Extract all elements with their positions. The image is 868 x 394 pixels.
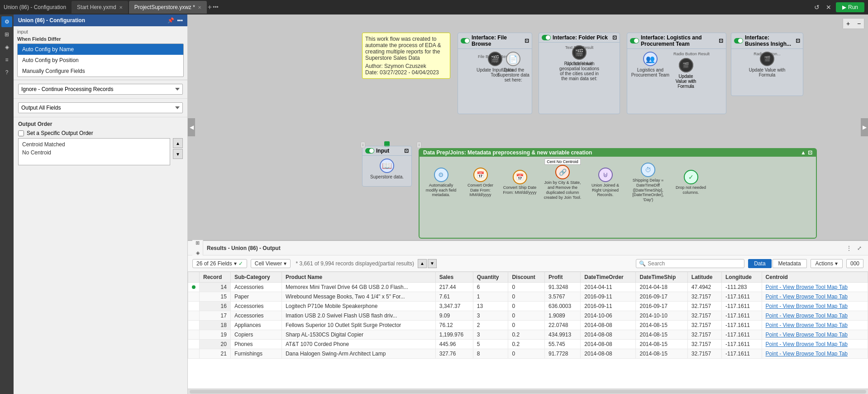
cell-viewer-button[interactable]: Cell Viewer ▾ [251,259,291,268]
row-centroid[interactable]: Point - View Browse Tool Map Tab [762,311,868,321]
row-num: 17 [200,311,231,321]
list-item-no-centroid[interactable]: No Centroid [20,149,168,157]
update-input-node[interactable]: 🎬 Update Input Data Tool [475,52,515,77]
row-centroid[interactable]: Point - View Browse Tool Map Tab [762,330,868,340]
col-indicator [188,272,200,283]
col-centroid[interactable]: Centroid [762,272,868,283]
drop-columns-node[interactable]: ✓ Drop not needed columns. [674,170,708,195]
more-tabs-icon[interactable]: ••• [213,4,219,10]
iface-toggle[interactable] [461,38,470,43]
move-up-button[interactable]: ▲ [173,138,183,148]
update-formula-business[interactable]: 🎬 Update Value with Formula [747,52,787,77]
results-more-icon[interactable]: ⋮ [844,244,854,252]
row-num: 15 [200,292,231,302]
update-value-node[interactable]: 🎬 Update Value [566,45,593,66]
convert-order-date-node[interactable]: 📅 Convert Order Date From: MM/dd/yyyy [463,168,497,197]
col-profit[interactable]: Profit [545,272,581,283]
canvas-nav-left[interactable]: ◀ [188,118,195,136]
sidebar-icon-data[interactable]: ⊞ [1,29,12,40]
bottom-scrollbar[interactable] [188,389,868,394]
more-icon[interactable]: ••• [177,17,183,24]
sidebar-icon-help[interactable]: ? [1,67,12,78]
iface-toggle-folder[interactable] [542,35,551,40]
list-item-centroid-matched[interactable]: Centroid Matched [20,140,168,149]
add-tab-button[interactable]: + [208,3,212,11]
zoom-out-button[interactable]: − [854,19,864,29]
iface-logistics-content: 👥 Logistics and Procurement Team Radio B… [627,49,726,80]
pin-icon[interactable]: 📌 [167,17,174,24]
col-discount[interactable]: Discount [508,272,545,283]
h-scrollbar-track[interactable] [190,390,866,394]
input-expand[interactable]: ⊡ [404,148,409,154]
iface-folder-expand[interactable]: ⊡ [612,34,617,41]
row-centroid[interactable]: Point - View Browse Tool Map Tab [762,283,868,292]
sort-desc-button[interactable]: ▼ [428,259,437,268]
col-record[interactable]: Record [200,272,231,283]
auto-modify-node[interactable]: ⚙ Automatically modify each field metada… [424,168,458,197]
canvas-nav-right[interactable]: ▶ [861,118,868,136]
data-prep-expand[interactable]: ⊡ [808,149,812,156]
row-centroid[interactable]: Point - View Browse Tool Map Tab [762,349,868,359]
data-tab[interactable]: Data [748,259,771,268]
iface-toggle-business[interactable] [734,38,743,43]
dropdown-item-manual[interactable]: Manually Configure Fields [18,66,183,77]
sidebar-icon-nav[interactable]: ◈ [1,42,12,53]
sort-asc-button[interactable]: ▲ [418,259,427,268]
fields-badge[interactable]: 26 of 26 Fields ▾ ✓ [192,259,247,268]
tab-close-icon[interactable]: ✕ [119,5,123,10]
output-dropdown[interactable]: Output All Fields [18,102,183,113]
union-node[interactable]: ⊎ Union Joined & Right Unjoined Records. [588,168,622,197]
shipping-delay-node[interactable]: ⏱ Shipping Delay = DateTimeDiff ([DateTi… [628,163,668,202]
data-table-wrapper[interactable]: Record Sub-Category Product Name Sales Q… [188,272,868,389]
row-centroid[interactable]: Point - View Browse Tool Map Tab [762,292,868,302]
iface-business-expand[interactable]: ⊡ [796,38,800,44]
col-quantity[interactable]: Quantity [473,272,508,283]
result-icon-2[interactable]: ⊞ [194,239,202,247]
search-input[interactable] [648,260,741,267]
sidebar-icon-settings[interactable]: ≡ [1,54,12,65]
dropdown-item-name[interactable]: Auto Config by Name [18,44,183,55]
col-product-name[interactable]: Product Name [281,272,435,283]
row-datetime-ship: 2014-04-18 [636,283,687,292]
tab-start-here[interactable]: Start Here.yxmd ✕ [72,1,128,14]
tab-project-superstore[interactable]: ProjectSuperstore.yxwz * ✕ [129,1,207,14]
row-num: 21 [200,349,231,359]
col-longitude[interactable]: Longitude [722,272,762,283]
canvas-zoom-controls: + − [843,18,864,29]
input-content[interactable]: 📖 Superstore data. [362,156,411,182]
dropdown-item-position[interactable]: Auto Config by Position [18,55,183,66]
iface-logistics-expand[interactable]: ⊡ [719,38,723,44]
num-format-button[interactable]: 000 [846,259,863,268]
data-prep-collapse[interactable]: ▲ [801,149,806,156]
row-centroid[interactable]: Point - View Browse Tool Map Tab [762,302,868,311]
sidebar-icon-tools[interactable]: ⚙ [1,16,12,27]
zoom-in-button[interactable]: + [843,19,853,29]
update-formula-2[interactable]: 🎬 Update Value with Formula [673,58,698,89]
col-sub-category[interactable]: Sub-Category [230,272,281,283]
col-datetime-ship[interactable]: DateTimeShip [636,272,687,283]
col-latitude[interactable]: Latitude [687,272,721,283]
specific-output-order-label: Set a Specific Output Order [27,130,93,136]
actions-button[interactable]: Actions ▾ [811,259,843,268]
col-datetime-order[interactable]: DateTimeOrder [581,272,636,283]
convert-ship-date-node[interactable]: 📅 Convert Ship Date From: MM/dd/yyyy [503,170,537,195]
tab-close-icon[interactable]: ✕ [198,5,201,10]
col-sales[interactable]: Sales [435,272,473,283]
fields-chevron: ▾ [234,260,237,267]
iface-toggle-logistics[interactable] [630,38,639,43]
close-icon[interactable]: ✕ [824,3,833,12]
error-handling-dropdown[interactable]: Ignore - Continue Processing Records [18,84,183,95]
specific-output-order-checkbox[interactable] [18,130,24,136]
refresh-icon[interactable]: ↺ [812,3,821,12]
iface-expand[interactable]: ⊡ [525,38,529,44]
move-down-button[interactable]: ▼ [173,149,183,159]
input-toggle-btn[interactable] [365,148,374,154]
row-centroid[interactable]: Point - View Browse Tool Map Tab [762,340,868,349]
run-button[interactable]: ▶ Run [836,2,864,12]
results-expand-icon[interactable]: ⤢ [855,244,863,252]
join-node[interactable]: Cent No Centroid 🔗 Join by City & State,… [542,165,583,200]
shipping-delay-label: Shipping Delay = DateTimeDiff ([DateTime… [628,178,668,202]
row-centroid[interactable]: Point - View Browse Tool Map Tab [762,321,868,330]
metadata-tab[interactable]: Metadata [773,259,807,268]
row-product-name: AT&T 1070 Corded Phone [281,340,435,349]
